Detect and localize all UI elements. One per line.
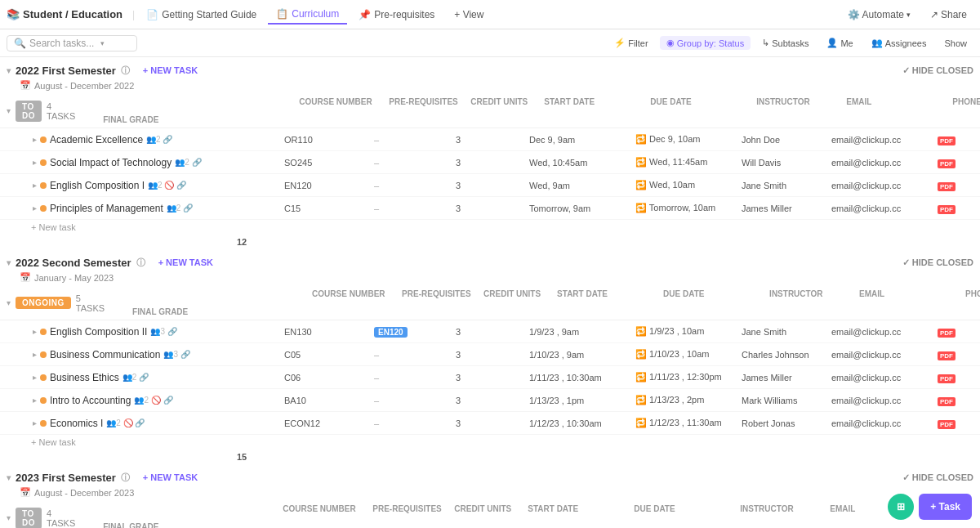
hide-closed-2022-2[interactable]: ✓ HIDE CLOSED bbox=[902, 257, 973, 268]
collapse-icon[interactable]: ▾ bbox=[7, 66, 11, 75]
credits: 3 bbox=[456, 181, 529, 190]
add-task-button-2022-2[interactable]: + NEW TASK bbox=[154, 256, 218, 269]
email: email@clickup.cc bbox=[831, 158, 938, 168]
credit-sum-2022-1: 12 bbox=[0, 235, 980, 249]
instructor: Jane Smith bbox=[742, 327, 831, 337]
section-2022-first: ▾ 2022 First Semester ⓘ + NEW TASK ✓ HID… bbox=[0, 57, 980, 249]
task-name-academic-excellence[interactable]: ▸ Academic Excellence 👥2 🔗 bbox=[7, 134, 284, 145]
grid-icon: 📋 bbox=[276, 8, 288, 20]
collapse-group-icon[interactable]: ▾ bbox=[7, 298, 11, 307]
table-row: ▸ Academic Excellence 👥2 🔗 OR110 – 3 Dec… bbox=[0, 128, 980, 151]
email: email@clickup.cc bbox=[831, 350, 938, 360]
task-name-economics[interactable]: ▸ Economics I 👥2 🚫 🔗 bbox=[7, 418, 284, 429]
expand-icon[interactable]: ▸ bbox=[33, 350, 37, 359]
collapse-icon[interactable]: ▾ bbox=[7, 473, 11, 482]
new-task-link-2022-1[interactable]: + New task bbox=[0, 220, 980, 235]
new-task-link-2022-2[interactable]: + New task bbox=[0, 435, 980, 450]
expand-icon[interactable]: ▸ bbox=[33, 396, 37, 405]
me-button[interactable]: 👤 Me bbox=[820, 36, 859, 50]
automate-icon: ⚙️ bbox=[848, 9, 860, 20]
task-name-intro-accounting[interactable]: ▸ Intro to Accounting 👥2 🚫 🔗 bbox=[7, 395, 284, 406]
table-row: ▸ Social Impact of Technology 👥2 🔗 SO245… bbox=[0, 151, 980, 174]
task-name-business-comm[interactable]: ▸ Business Communication 👥3 🔗 bbox=[7, 349, 284, 360]
info-icon: ⓘ bbox=[121, 65, 130, 77]
subtasks-button[interactable]: ↳ Subtasks bbox=[755, 36, 815, 50]
prereq: – bbox=[374, 350, 456, 360]
grid-view-button[interactable]: ⊞ bbox=[888, 494, 914, 520]
collapse-group-icon[interactable]: ▾ bbox=[7, 513, 11, 522]
email: email@clickup.cc bbox=[831, 181, 938, 190]
prereq: – bbox=[374, 396, 456, 405]
bullet bbox=[40, 136, 47, 143]
task-name-english-comp-1[interactable]: ▸ English Composition I 👥2 🚫 🔗 bbox=[7, 180, 284, 191]
hide-closed-2023-1[interactable]: ✓ HIDE CLOSED bbox=[902, 472, 973, 483]
group-header-todo-2022-1: ▾ TO DO 4 TASKS COURSE NUMBER PRE-REQUIS… bbox=[0, 94, 980, 128]
expand-icon[interactable]: ▸ bbox=[33, 327, 37, 336]
task-name-social-impact[interactable]: ▸ Social Impact of Technology 👥2 🔗 bbox=[7, 157, 284, 168]
bullet bbox=[40, 205, 47, 212]
task-name-principles-mgmt[interactable]: ▸ Principles of Management 👥2 🔗 bbox=[7, 203, 284, 214]
add-task-button-2022-1[interactable]: + NEW TASK bbox=[138, 64, 203, 77]
start-date: Dec 9, 9am bbox=[529, 135, 635, 145]
start-date: Wed, 9am bbox=[529, 181, 635, 190]
expand-icon[interactable]: ▸ bbox=[33, 204, 37, 213]
collapse-group-icon[interactable]: ▾ bbox=[7, 106, 11, 115]
table-row: ▸ Business Ethics 👥2 🔗 C06 – 3 1/11/23 ,… bbox=[0, 366, 980, 389]
app-icon: 📚 bbox=[7, 8, 20, 20]
calendar-icon: 📅 bbox=[20, 80, 31, 91]
tab-prerequisites[interactable]: 📌 Pre-requisites bbox=[350, 6, 443, 24]
task-name-english-comp-2[interactable]: ▸ English Composition II 👥3 🔗 bbox=[7, 326, 284, 338]
collapse-icon[interactable]: ▾ bbox=[7, 258, 11, 267]
checkmark-icon: ✓ bbox=[902, 472, 910, 483]
group-by-button[interactable]: ◉ Group by: Status bbox=[660, 36, 751, 50]
checkmark-icon: ✓ bbox=[902, 65, 910, 76]
tab-getting-started[interactable]: 📄 Getting Started Guide bbox=[138, 6, 265, 24]
syllabus-pdf: PDF bbox=[938, 204, 980, 213]
expand-icon[interactable]: ▸ bbox=[33, 181, 37, 190]
main-content: ▾ 2022 First Semester ⓘ + NEW TASK ✓ HID… bbox=[0, 57, 980, 528]
expand-icon[interactable]: ▸ bbox=[33, 418, 37, 427]
expand-icon[interactable]: ▸ bbox=[33, 373, 37, 382]
credits: 3 bbox=[456, 418, 529, 428]
share-button[interactable]: ↗ Share bbox=[924, 7, 973, 23]
show-button[interactable]: Show bbox=[938, 37, 973, 50]
section-subtitle-2022-2: 📅 January - May 2023 bbox=[0, 271, 980, 286]
search-box[interactable]: 🔍 Search tasks... ▾ bbox=[7, 35, 137, 51]
bullet bbox=[40, 159, 47, 166]
info-icon: ⓘ bbox=[136, 257, 145, 269]
calendar-icon: 📅 bbox=[20, 272, 31, 283]
start-date: Wed, 10:45am bbox=[529, 158, 635, 168]
automate-button[interactable]: ⚙️ Automate ▾ bbox=[841, 7, 917, 23]
calendar-icon: 📅 bbox=[20, 487, 31, 498]
credits: 3 bbox=[456, 158, 529, 168]
task-name-business-ethics[interactable]: ▸ Business Ethics 👥2 🔗 bbox=[7, 372, 284, 383]
task-count: 4 TASKS bbox=[47, 508, 75, 528]
bullet bbox=[40, 351, 47, 358]
syllabus-pdf: PDF bbox=[938, 158, 980, 168]
prereq: – bbox=[374, 181, 456, 190]
bullet bbox=[40, 397, 47, 404]
assignees-button[interactable]: 👥 Assignees bbox=[865, 36, 933, 50]
syllabus-pdf: PDF bbox=[938, 350, 980, 360]
email: email@clickup.cc bbox=[831, 204, 938, 213]
syllabus-pdf: PDF bbox=[938, 418, 980, 428]
tab-curriculum[interactable]: 📋 Curriculum bbox=[268, 5, 347, 25]
syllabus-pdf: PDF bbox=[938, 135, 980, 145]
toolbar-actions: ⚡ Filter ◉ Group by: Status ↳ Subtasks 👤… bbox=[608, 36, 973, 50]
add-task-fab[interactable]: + Task bbox=[919, 494, 972, 520]
table-row: ▸ Economics I 👥2 🚫 🔗 ECON12 – 3 1/12/23 … bbox=[0, 412, 980, 435]
add-task-button-2023-1[interactable]: + NEW TASK bbox=[138, 471, 203, 484]
course-number: C15 bbox=[284, 204, 374, 213]
expand-icon[interactable]: ▸ bbox=[33, 135, 37, 144]
hide-closed-2022-1[interactable]: ✓ HIDE CLOSED bbox=[902, 65, 973, 76]
expand-icon[interactable]: ▸ bbox=[33, 158, 37, 167]
start-date: 1/11/23 , 10:30am bbox=[529, 373, 635, 383]
nav-divider: | bbox=[132, 9, 135, 20]
start-date: 1/9/23 , 9am bbox=[529, 327, 635, 337]
instructor: Will Davis bbox=[742, 158, 831, 168]
add-view-button[interactable]: + View bbox=[446, 6, 492, 24]
due-date: 🔁 Wed, 10am bbox=[635, 180, 742, 190]
email: email@clickup.cc bbox=[831, 327, 938, 337]
filter-button[interactable]: ⚡ Filter bbox=[608, 36, 654, 50]
status-badge-ongoing: ONGOING bbox=[16, 297, 71, 309]
